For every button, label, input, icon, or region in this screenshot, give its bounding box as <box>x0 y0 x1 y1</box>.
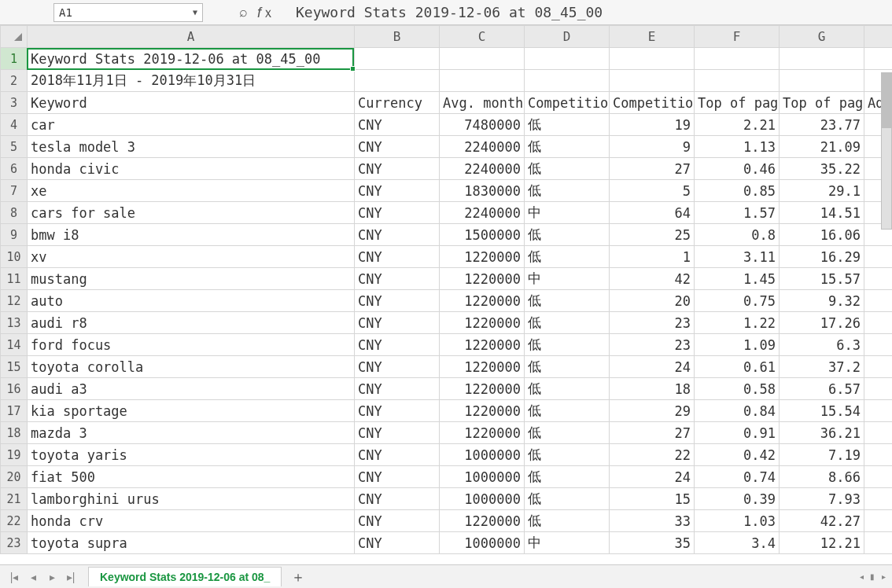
cell[interactable]: 1220000 <box>440 510 525 532</box>
cell[interactable]: CNY <box>355 158 440 180</box>
col-header-A[interactable]: A <box>28 26 355 48</box>
cell[interactable]: toyota supra <box>28 532 355 554</box>
cell[interactable]: 29 <box>610 400 695 422</box>
row-header[interactable]: 8 <box>1 202 28 224</box>
cell[interactable]: 18 <box>610 378 695 400</box>
cell[interactable]: 低 <box>525 136 610 158</box>
cell[interactable]: kia sportage <box>28 400 355 422</box>
cell[interactable]: CNY <box>355 422 440 444</box>
cell[interactable]: 1.57 <box>695 202 780 224</box>
cell[interactable]: CNY <box>355 466 440 488</box>
cell[interactable]: 23 <box>610 312 695 334</box>
cell[interactable]: 36.21 <box>780 422 864 444</box>
row-header[interactable]: 6 <box>1 158 28 180</box>
spreadsheet-grid[interactable]: A B C D E F G 1 Keyword Stats 2019-12-06… <box>0 25 892 554</box>
cell[interactable]: 2240000 <box>440 202 525 224</box>
cell[interactable] <box>864 444 893 466</box>
cell[interactable]: CNY <box>355 180 440 202</box>
cell[interactable]: Keyword <box>28 92 355 114</box>
row-header[interactable]: 1 <box>1 48 28 70</box>
cell[interactable]: 1.45 <box>695 268 780 290</box>
cell[interactable]: mazda 3 <box>28 422 355 444</box>
cell[interactable]: 1000000 <box>440 466 525 488</box>
row-header[interactable]: 4 <box>1 114 28 136</box>
cell[interactable]: 29.1 <box>780 180 864 202</box>
cell[interactable]: 0.42 <box>695 444 780 466</box>
cell[interactable]: 6.57 <box>780 378 864 400</box>
cell[interactable]: CNY <box>355 202 440 224</box>
cell[interactable]: 27 <box>610 422 695 444</box>
cell[interactable]: 1220000 <box>440 356 525 378</box>
cell[interactable]: 7480000 <box>440 114 525 136</box>
cell[interactable]: xv <box>28 246 355 268</box>
cell[interactable]: 1.22 <box>695 312 780 334</box>
cell[interactable]: fiat 500 <box>28 466 355 488</box>
col-header-G[interactable]: G <box>780 26 864 48</box>
cell[interactable]: Top of pag <box>695 92 780 114</box>
col-header-E[interactable]: E <box>610 26 695 48</box>
cell[interactable] <box>864 532 893 554</box>
cell[interactable]: 1830000 <box>440 180 525 202</box>
cell[interactable]: 低 <box>525 488 610 510</box>
cell[interactable]: 1.09 <box>695 334 780 356</box>
cell[interactable]: 42 <box>610 268 695 290</box>
row-header[interactable]: 3 <box>1 92 28 114</box>
cell[interactable]: 0.75 <box>695 290 780 312</box>
cell[interactable]: 1220000 <box>440 334 525 356</box>
cell[interactable]: tesla model 3 <box>28 136 355 158</box>
row-header[interactable]: 10 <box>1 246 28 268</box>
cell[interactable]: 1.03 <box>695 510 780 532</box>
cell[interactable]: 15.57 <box>780 268 864 290</box>
cell[interactable]: 21.09 <box>780 136 864 158</box>
cell[interactable]: 12.21 <box>780 532 864 554</box>
cell[interactable]: 25 <box>610 224 695 246</box>
cell[interactable]: 7.19 <box>780 444 864 466</box>
cell[interactable]: 3.4 <box>695 532 780 554</box>
cell[interactable]: CNY <box>355 246 440 268</box>
cell[interactable]: 低 <box>525 224 610 246</box>
name-box[interactable]: A1 ▼ <box>53 3 203 22</box>
cell[interactable]: 27 <box>610 158 695 180</box>
cell[interactable]: 5 <box>610 180 695 202</box>
cell[interactable]: 19 <box>610 114 695 136</box>
cell[interactable]: 低 <box>525 510 610 532</box>
cell[interactable]: 35 <box>610 532 695 554</box>
cell[interactable]: 低 <box>525 356 610 378</box>
cell[interactable]: ford focus <box>28 334 355 356</box>
cell[interactable]: 1220000 <box>440 290 525 312</box>
cell[interactable] <box>864 510 893 532</box>
cell[interactable]: 1220000 <box>440 422 525 444</box>
cell[interactable]: audi r8 <box>28 312 355 334</box>
cell[interactable]: 低 <box>525 246 610 268</box>
cell[interactable]: CNY <box>355 114 440 136</box>
cell[interactable]: 中 <box>525 532 610 554</box>
chevron-down-icon[interactable]: ▼ <box>193 8 197 17</box>
cell[interactable]: 低 <box>525 466 610 488</box>
cell[interactable]: 17.26 <box>780 312 864 334</box>
cell[interactable] <box>864 290 893 312</box>
cell[interactable]: car <box>28 114 355 136</box>
cell[interactable]: 24 <box>610 466 695 488</box>
row-header[interactable]: 18 <box>1 422 28 444</box>
row-header[interactable]: 9 <box>1 224 28 246</box>
cell[interactable]: 1 <box>610 246 695 268</box>
select-all-corner[interactable] <box>1 26 28 48</box>
cell[interactable]: 42.27 <box>780 510 864 532</box>
cell[interactable]: 22 <box>610 444 695 466</box>
row-header[interactable]: 15 <box>1 356 28 378</box>
search-icon[interactable]: ⌕ <box>239 4 248 20</box>
cell[interactable]: 1000000 <box>440 532 525 554</box>
cell[interactable]: 8.66 <box>780 466 864 488</box>
cell[interactable]: 0.61 <box>695 356 780 378</box>
vertical-scrollbar[interactable] <box>881 72 892 230</box>
cell[interactable]: 1.13 <box>695 136 780 158</box>
cell[interactable]: auto <box>28 290 355 312</box>
cell[interactable]: 15 <box>610 488 695 510</box>
cell[interactable]: 低 <box>525 334 610 356</box>
cell[interactable] <box>864 268 893 290</box>
cell[interactable]: CNY <box>355 488 440 510</box>
cell[interactable]: 1220000 <box>440 400 525 422</box>
cell[interactable]: bmw i8 <box>28 224 355 246</box>
cell[interactable] <box>864 246 893 268</box>
row-header[interactable]: 22 <box>1 510 28 532</box>
